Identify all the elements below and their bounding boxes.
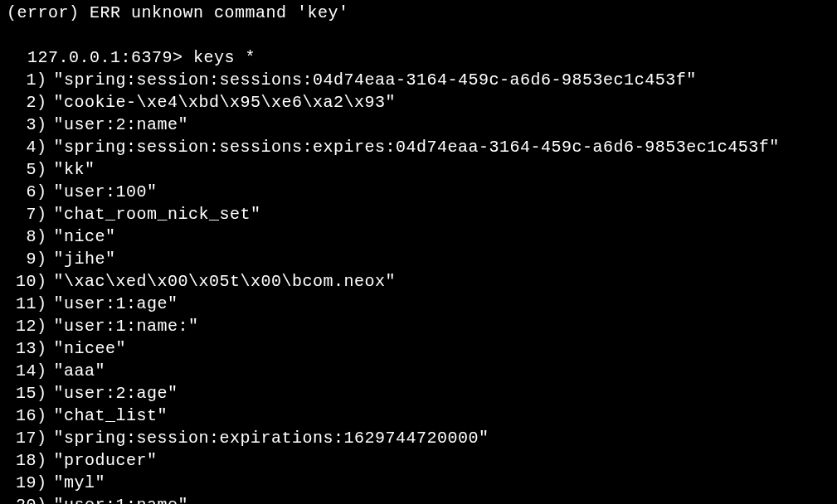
command-text: keys * [193,48,255,67]
result-value: "producer" [47,449,158,472]
result-index: 3 [3,114,36,136]
result-index: 9 [3,248,36,270]
paren: ) [36,248,47,270]
result-row: 3)"user:2:name" [3,114,837,136]
result-row: 7)"chat_room_nick_set" [3,203,837,225]
paren: ) [36,449,47,472]
paren: ) [36,293,47,315]
result-row: 19)"myl" [3,472,837,494]
result-value: "user:2:name" [47,114,189,136]
result-row: 14)"aaa" [3,360,837,382]
result-index: 14 [3,360,36,382]
result-value: "nice" [47,225,116,248]
result-value: "jihe" [47,248,116,270]
result-row: 4)"spring:session:sessions:expires:04d74… [3,136,837,158]
result-index: 8 [3,225,36,248]
result-row: 12)"user:1:name:" [3,315,837,337]
result-value: "spring:session:sessions:04d74eaa-3164-4… [47,69,697,91]
paren: ) [36,405,47,427]
result-index: 17 [3,427,36,449]
paren: ) [36,181,47,203]
result-value: "myl" [47,472,106,494]
result-index: 19 [3,472,36,494]
result-index: 16 [3,405,36,427]
result-index: 5 [3,158,36,181]
result-value: "cookie-\xe4\xbd\x95\xe6\xa2\x93" [47,91,397,114]
paren: ) [36,494,47,504]
result-row: 16)"chat_list" [3,405,837,427]
paren: ) [36,91,47,114]
result-value: "user:1:name" [47,494,189,504]
paren: ) [36,69,47,91]
result-value: "user:1:age" [47,293,178,315]
results-list: 1)"spring:session:sessions:04d74eaa-3164… [3,69,837,504]
result-value: "aaa" [47,360,106,382]
error-line: (error) ERR unknown command 'key' [3,2,837,24]
prompt-prefix: 127.0.0.1:6379> [27,48,183,67]
result-index: 2 [3,91,36,114]
result-index: 1 [3,69,36,91]
result-row: 11)"user:1:age" [3,293,837,315]
result-value: "chat_list" [47,405,168,427]
result-row: 5)"kk" [3,158,837,181]
result-value: "chat_room_nick_set" [47,203,261,225]
result-value: "\xac\xed\x00\x05t\x00\bcom.neox" [47,270,397,293]
paren: ) [36,114,47,136]
result-index: 13 [3,337,36,360]
result-row: 10)"\xac\xed\x00\x05t\x00\bcom.neox" [3,270,837,293]
paren: ) [36,382,47,405]
result-index: 12 [3,315,36,337]
paren: ) [36,472,47,494]
result-value: "user:2:age" [47,382,178,405]
result-value: "user:1:name:" [47,315,199,337]
result-row: 17)"spring:session:expirations:162974472… [3,427,837,449]
result-row: 6)"user:100" [3,181,837,203]
paren: ) [36,270,47,293]
result-index: 11 [3,293,36,315]
paren: ) [36,225,47,248]
paren: ) [36,427,47,449]
paren: ) [36,337,47,360]
result-index: 10 [3,270,36,293]
result-row: 8)"nice" [3,225,837,248]
result-value: "user:100" [47,181,158,203]
result-row: 13)"nicee" [3,337,837,360]
paren: ) [36,136,47,158]
result-index: 15 [3,382,36,405]
result-value: "nicee" [47,337,127,360]
paren: ) [36,360,47,382]
result-value: "spring:session:sessions:expires:04d74ea… [47,136,780,158]
paren: ) [36,158,47,181]
result-row: 15)"user:2:age" [3,382,837,405]
result-index: 4 [3,136,36,158]
result-row: 20)"user:1:name" [3,494,837,504]
result-row: 1)"spring:session:sessions:04d74eaa-3164… [3,69,837,91]
result-index: 6 [3,181,36,203]
result-index: 20 [3,494,36,504]
result-index: 7 [3,203,36,225]
paren: ) [36,315,47,337]
result-row: 2)"cookie-\xe4\xbd\x95\xe6\xa2\x93" [3,91,837,114]
prompt-line[interactable]: 127.0.0.1:6379> keys * [3,24,837,69]
result-value: "spring:session:expirations:162974472000… [47,427,489,449]
result-row: 9)"jihe" [3,248,837,270]
result-index: 18 [3,449,36,472]
result-row: 18)"producer" [3,449,837,472]
paren: ) [36,203,47,225]
result-value: "kk" [47,158,95,181]
